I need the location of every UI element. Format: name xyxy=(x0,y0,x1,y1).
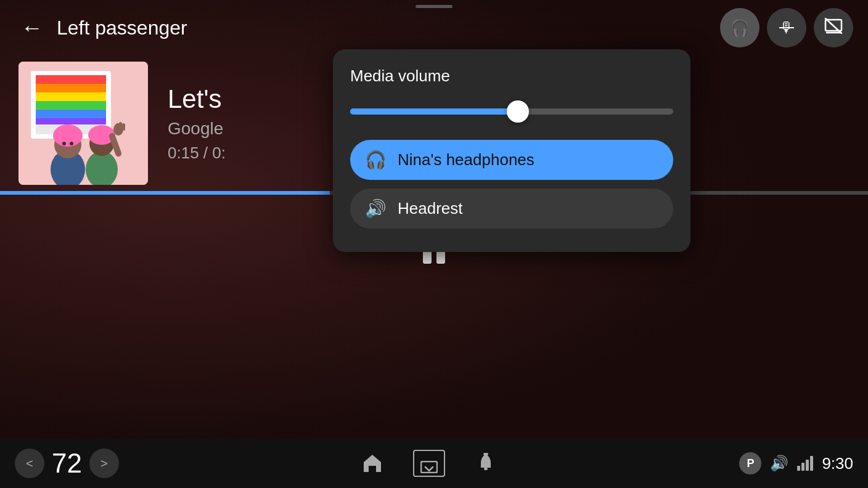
slider-fill xyxy=(350,108,518,115)
output-ninas-headphones[interactable]: 🎧 Nina's headphones xyxy=(350,140,673,180)
svg-rect-7 xyxy=(36,84,106,92)
volume-label: Media volume xyxy=(350,67,673,86)
svg-rect-22 xyxy=(116,123,119,132)
album-art xyxy=(18,62,148,185)
nav-prev-button[interactable]: < xyxy=(15,449,44,478)
slider-thumb[interactable] xyxy=(507,100,529,123)
nav-next-icon: > xyxy=(100,457,108,471)
headrest-label: Headrest xyxy=(398,199,463,218)
svg-rect-23 xyxy=(119,122,122,131)
slider-track xyxy=(350,108,673,115)
mic-off-button[interactable]: 🎙 xyxy=(767,8,806,47)
headphones-button[interactable]: 🎧 xyxy=(720,8,760,47)
track-title: Let's xyxy=(168,84,226,114)
progress-bar-fill xyxy=(0,191,330,195)
signal-bar-2 xyxy=(801,463,805,471)
svg-rect-11 xyxy=(36,118,106,124)
clock-display: 9:30 xyxy=(822,454,853,473)
bottom-left: < 72 > xyxy=(15,448,119,479)
volume-panel: Media volume 🎧 Nina's headphones 🔊 Headr… xyxy=(333,49,690,252)
profile-badge[interactable]: P xyxy=(739,452,761,474)
track-artist: Google xyxy=(168,119,226,139)
top-bar: ← Left passenger 🎧 🎙 xyxy=(0,0,868,55)
volume-status-icon: 🔊 xyxy=(770,455,788,472)
home-button[interactable] xyxy=(356,447,388,479)
temperature-display: 72 xyxy=(52,448,82,479)
svg-rect-27 xyxy=(483,453,488,455)
signal-bar-4 xyxy=(810,456,813,471)
svg-rect-6 xyxy=(36,75,106,84)
headrest-option-icon: 🔊 xyxy=(365,198,387,219)
signal-bar-1 xyxy=(797,466,800,471)
bottom-bar: < 72 > P 🔊 xyxy=(0,439,868,488)
svg-rect-26 xyxy=(484,468,488,470)
svg-rect-24 xyxy=(122,123,125,131)
svg-point-15 xyxy=(62,142,66,145)
svg-rect-9 xyxy=(36,101,106,110)
track-info: Let's Google 0:15 / 0: xyxy=(168,84,226,163)
headphones-icon: 🎧 xyxy=(730,18,750,38)
mic-off-icon: 🎙 xyxy=(779,19,794,36)
notifications-button[interactable] xyxy=(470,447,502,479)
svg-rect-8 xyxy=(36,92,106,101)
bottom-right: P 🔊 9:30 xyxy=(739,452,853,474)
screen-off-button[interactable] xyxy=(814,8,853,47)
track-time: 0:15 / 0: xyxy=(168,144,226,163)
svg-point-16 xyxy=(70,142,73,145)
output-headrest[interactable]: 🔊 Headrest xyxy=(350,189,673,229)
svg-point-14 xyxy=(53,124,83,147)
signal-icon xyxy=(797,456,813,471)
profile-badge-label: P xyxy=(747,457,754,470)
back-arrow-icon: ← xyxy=(21,17,43,39)
signal-bar-3 xyxy=(806,460,809,471)
volume-slider[interactable] xyxy=(350,98,673,125)
headphones-option-icon: 🎧 xyxy=(365,150,387,170)
ninas-headphones-label: Nina's headphones xyxy=(398,150,534,169)
svg-rect-10 xyxy=(36,110,106,118)
screen-off-icon xyxy=(824,17,843,39)
page-title: Left passenger xyxy=(57,17,187,39)
bottom-center xyxy=(119,447,739,479)
drawer-button[interactable] xyxy=(413,450,445,477)
back-button[interactable]: ← xyxy=(15,10,49,45)
top-actions: 🎧 🎙 xyxy=(720,8,853,47)
nav-next-button[interactable]: > xyxy=(89,449,119,478)
nav-prev-icon: < xyxy=(26,457,33,471)
